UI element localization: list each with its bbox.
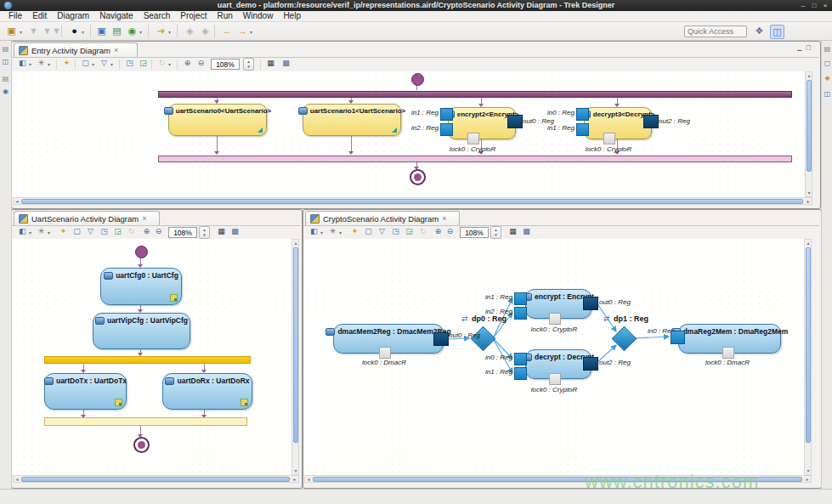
port-out0[interactable] bbox=[433, 332, 449, 346]
restore-view-icon[interactable]: ▤ bbox=[1, 44, 10, 54]
zoom-in-icon[interactable]: ⊕ bbox=[433, 226, 444, 237]
port-in2[interactable] bbox=[440, 123, 453, 136]
node-uartDoTx[interactable]: uartDoTx : UartDoTx bbox=[44, 373, 127, 410]
tab-close-icon[interactable]: × bbox=[142, 215, 146, 223]
node-uartVipCfg[interactable]: uartVipCfg : UartVipCfg bbox=[93, 313, 190, 349]
layout-icon[interactable]: ◧ bbox=[17, 226, 28, 237]
new-wizard-icon[interactable]: ▣ bbox=[5, 25, 18, 37]
menu-project[interactable]: Project bbox=[175, 11, 212, 21]
validate-caret-icon[interactable]: ▾ bbox=[139, 29, 142, 35]
maximize-button[interactable]: □ bbox=[809, 1, 819, 10]
select-caret-icon[interactable]: ▾ bbox=[48, 61, 50, 67]
quick-access-input[interactable] bbox=[684, 25, 747, 37]
scroll-down-arrow[interactable]: ▾ bbox=[806, 190, 812, 196]
copy-caret-icon[interactable]: ▾ bbox=[92, 61, 94, 67]
maximize-view-icon[interactable]: ▢ bbox=[806, 44, 812, 51]
prev-annotation-icon[interactable]: ◈ bbox=[184, 25, 196, 37]
export-diagram-icon[interactable]: ◲ bbox=[138, 58, 149, 69]
snapshot-icon[interactable]: ▦ bbox=[507, 226, 518, 237]
copy-layout-icon[interactable]: ▢ bbox=[80, 58, 91, 69]
tab-entry-activity-diagram[interactable]: Entry Activity Diagram × bbox=[14, 42, 138, 57]
join-bar[interactable] bbox=[44, 417, 247, 426]
zoom-in-icon[interactable]: ⊕ bbox=[182, 58, 193, 69]
scroll-left-arrow[interactable]: ◂ bbox=[14, 476, 20, 483]
debug-icon[interactable]: ● bbox=[68, 25, 81, 37]
select-mode-icon[interactable]: ✳ bbox=[327, 226, 338, 237]
filter-caret-icon[interactable]: ▾ bbox=[110, 61, 113, 67]
zoom-out-icon[interactable]: ⊖ bbox=[444, 226, 456, 237]
crypto-hscrollbar[interactable]: ◂ ▸ bbox=[304, 475, 812, 483]
grid-icon[interactable]: ▩ bbox=[280, 58, 291, 69]
scroll-right-arrow[interactable]: ▸ bbox=[805, 198, 812, 205]
zoom-in-icon[interactable]: ⊕ bbox=[141, 226, 152, 237]
refresh-icon[interactable]: ↻ bbox=[417, 226, 428, 237]
minimize-button[interactable]: – bbox=[798, 1, 808, 10]
menu-run[interactable]: Run bbox=[212, 11, 237, 21]
node-uartCfg0[interactable]: uartCfg0 : UartCfg bbox=[100, 268, 182, 305]
node-uartScenario0[interactable]: uartScenario0<UartScenario> bbox=[168, 104, 267, 136]
report-icon[interactable]: ▤ bbox=[110, 25, 123, 37]
debug-caret-icon[interactable]: ▾ bbox=[82, 29, 84, 35]
initial-node[interactable] bbox=[135, 246, 148, 258]
entry-hscroll-thumb[interactable] bbox=[21, 199, 803, 204]
layout-caret-icon[interactable]: ▾ bbox=[29, 229, 31, 235]
copy-layout-icon[interactable]: ▢ bbox=[71, 226, 82, 237]
forward-caret-icon[interactable]: ▾ bbox=[250, 29, 252, 35]
fork-bar[interactable] bbox=[44, 356, 251, 364]
grid-icon[interactable]: ▩ bbox=[521, 226, 532, 237]
uart-hscrollbar[interactable]: ◂ ▸ bbox=[13, 475, 299, 483]
export-image-icon[interactable]: ◳ bbox=[124, 58, 135, 69]
menu-search[interactable]: Search bbox=[139, 11, 176, 21]
layout-icon[interactable]: ◧ bbox=[17, 58, 28, 69]
refresh-icon[interactable]: ↻ bbox=[156, 58, 167, 69]
zoom-spinner[interactable]: ▴▾ bbox=[199, 226, 210, 239]
port-in0[interactable] bbox=[576, 108, 589, 121]
tab-uartscenario-activity-diagram[interactable]: UartScenario Activity Diagram × bbox=[14, 211, 160, 225]
snapshot-icon[interactable]: ▦ bbox=[216, 226, 227, 237]
node-encrypt2[interactable]: encrypt2<Encrypt> bbox=[448, 107, 516, 139]
tab-cryptoscenario-activity-diagram[interactable]: CryptoScenario Activity Diagram × bbox=[305, 211, 460, 225]
port-lock0[interactable] bbox=[549, 313, 561, 325]
next-annotation-icon[interactable]: ◈ bbox=[199, 25, 212, 37]
export-image-icon[interactable]: ◳ bbox=[99, 226, 110, 237]
palette-view-icon[interactable]: ◫ bbox=[823, 89, 832, 99]
pin-icon[interactable]: ✦ bbox=[61, 58, 72, 69]
copy-layout-icon[interactable]: ▢ bbox=[363, 226, 374, 237]
entry-vscroll-thumb[interactable] bbox=[807, 80, 812, 172]
port-in2[interactable] bbox=[514, 307, 527, 320]
port-lock0[interactable] bbox=[603, 133, 615, 144]
new-wizard-caret-icon[interactable]: ▾ bbox=[20, 29, 22, 35]
select-mode-icon[interactable]: ✳ bbox=[36, 58, 47, 69]
menu-edit[interactable]: Edit bbox=[27, 11, 52, 21]
final-node[interactable] bbox=[133, 437, 150, 453]
port-out0[interactable] bbox=[507, 115, 523, 128]
select-mode-icon[interactable]: ✳ bbox=[36, 226, 47, 237]
select-caret-icon[interactable]: ▾ bbox=[339, 229, 342, 235]
pin-icon[interactable]: ✦ bbox=[349, 226, 360, 237]
scroll-up-arrow[interactable]: ▴ bbox=[805, 240, 812, 246]
filter-icon[interactable]: ▽ bbox=[376, 226, 388, 237]
export-diagram-icon[interactable]: ◲ bbox=[112, 226, 123, 237]
tab-close-icon[interactable]: × bbox=[442, 215, 446, 223]
save-all-icon[interactable]: ▼▼ bbox=[42, 25, 55, 37]
close-button[interactable]: × bbox=[820, 1, 830, 10]
layout-caret-icon[interactable]: ▾ bbox=[29, 61, 31, 67]
minimized-view-icon-2[interactable]: ◉ bbox=[1, 87, 10, 96]
minimized-view-icon-1[interactable]: ◫ bbox=[1, 57, 10, 66]
uart-vscroll-thumb[interactable] bbox=[293, 247, 298, 443]
zoom-level-input[interactable] bbox=[460, 227, 489, 238]
scroll-down-arrow[interactable]: ▾ bbox=[292, 467, 299, 474]
entry-hscrollbar[interactable]: ◂ ▸ bbox=[13, 197, 812, 205]
scroll-right-arrow[interactable]: ▸ bbox=[291, 476, 298, 483]
port-out2[interactable] bbox=[583, 357, 598, 371]
export-image-icon[interactable]: ◳ bbox=[390, 226, 401, 237]
refresh-caret-icon[interactable]: ▾ bbox=[168, 61, 171, 67]
node-decrypt3[interactable]: decrypt3<Decrypt> bbox=[584, 107, 652, 139]
scroll-left-arrow[interactable]: ◂ bbox=[14, 198, 20, 205]
export-diagram-icon[interactable]: ◲ bbox=[404, 226, 415, 237]
menu-navigate[interactable]: Navigate bbox=[94, 11, 138, 21]
perspective-open-icon[interactable]: ❖ bbox=[753, 25, 766, 37]
uart-hscroll-thumb[interactable] bbox=[21, 477, 290, 482]
console-icon[interactable]: ▣ bbox=[95, 25, 108, 37]
layout-icon[interactable]: ◧ bbox=[308, 226, 320, 237]
